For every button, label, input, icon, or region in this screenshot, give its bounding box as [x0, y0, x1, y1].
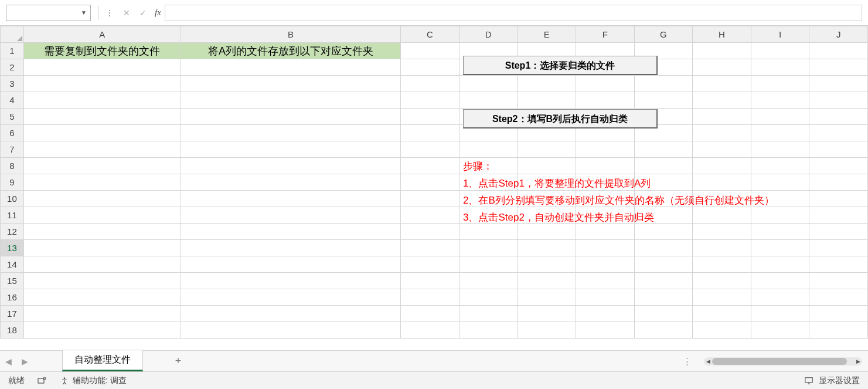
cell[interactable]	[518, 256, 576, 273]
check-icon[interactable]: ✓	[136, 6, 150, 20]
cell[interactable]	[181, 59, 400, 76]
cell[interactable]	[401, 289, 459, 306]
cell[interactable]	[693, 92, 751, 109]
cell[interactable]	[576, 322, 634, 339]
row-header[interactable]: 15	[1, 273, 24, 289]
cell[interactable]	[181, 158, 400, 174]
cell[interactable]	[809, 240, 868, 256]
cell[interactable]	[181, 191, 400, 207]
column-header[interactable]: C	[401, 26, 459, 43]
fx-icon[interactable]: fx	[155, 8, 161, 18]
cell[interactable]	[23, 141, 181, 158]
cell[interactable]	[401, 76, 459, 92]
cell[interactable]: 将A列的文件存放到以下对应文件夹	[181, 43, 400, 59]
column-header[interactable]: F	[576, 26, 634, 43]
display-settings-button[interactable]: 显示器设置	[805, 376, 860, 386]
cell[interactable]	[459, 273, 518, 289]
cell[interactable]	[23, 174, 181, 191]
cell[interactable]	[459, 289, 518, 306]
cell[interactable]	[23, 92, 181, 109]
cell[interactable]	[459, 76, 518, 92]
step1-button[interactable]: Step1：选择要归类的文件	[463, 56, 658, 75]
cell[interactable]	[401, 273, 459, 289]
cell[interactable]	[518, 92, 576, 109]
cell[interactable]	[809, 306, 868, 322]
cell[interactable]	[181, 322, 400, 339]
cell[interactable]	[459, 240, 518, 256]
row-header[interactable]: 13	[1, 240, 24, 256]
cell[interactable]	[751, 289, 809, 306]
cell[interactable]	[634, 306, 693, 322]
cell[interactable]	[809, 141, 868, 158]
cell[interactable]	[401, 306, 459, 322]
cell[interactable]	[401, 256, 459, 273]
scroll-right-icon[interactable]: ▶	[854, 357, 862, 366]
cell[interactable]	[23, 158, 181, 174]
cell[interactable]	[751, 76, 809, 92]
cell[interactable]	[23, 109, 181, 125]
cell[interactable]	[401, 224, 459, 240]
cell[interactable]	[809, 59, 868, 76]
cell[interactable]	[809, 125, 868, 141]
row-header[interactable]: 18	[1, 322, 24, 339]
cell[interactable]	[751, 43, 809, 59]
cell[interactable]	[459, 92, 518, 109]
column-header[interactable]: H	[693, 26, 751, 43]
cell[interactable]	[809, 207, 868, 224]
cell[interactable]	[518, 240, 576, 256]
cell[interactable]	[23, 306, 181, 322]
cell[interactable]	[809, 76, 868, 92]
row-header[interactable]: 4	[1, 92, 24, 109]
cell[interactable]	[181, 224, 400, 240]
column-header[interactable]: I	[751, 26, 809, 43]
cell[interactable]	[809, 289, 868, 306]
cell[interactable]	[23, 224, 181, 240]
cell[interactable]	[809, 92, 868, 109]
cell[interactable]	[181, 109, 400, 125]
column-header[interactable]: E	[518, 26, 576, 43]
cell[interactable]	[23, 273, 181, 289]
cell[interactable]	[181, 289, 400, 306]
cell[interactable]	[518, 306, 576, 322]
cell[interactable]	[751, 109, 809, 125]
horizontal-scrollbar[interactable]: ◀ ▶	[704, 357, 862, 366]
cell[interactable]	[751, 224, 809, 240]
row-header[interactable]: 3	[1, 76, 24, 92]
cell[interactable]	[751, 322, 809, 339]
cell[interactable]	[751, 207, 809, 224]
row-header[interactable]: 9	[1, 174, 24, 191]
cell[interactable]	[181, 306, 400, 322]
cell[interactable]	[809, 256, 868, 273]
cell[interactable]	[23, 256, 181, 273]
cell[interactable]	[518, 273, 576, 289]
row-header[interactable]: 16	[1, 289, 24, 306]
cell[interactable]	[634, 76, 693, 92]
cell[interactable]	[181, 256, 400, 273]
column-header[interactable]: D	[459, 26, 518, 43]
cell[interactable]	[181, 207, 400, 224]
cell[interactable]	[181, 92, 400, 109]
row-header[interactable]: 1	[1, 43, 24, 59]
cell[interactable]	[693, 109, 751, 125]
cell[interactable]	[459, 256, 518, 273]
row-header[interactable]: 6	[1, 125, 24, 141]
cell[interactable]	[23, 125, 181, 141]
row-header[interactable]: 17	[1, 306, 24, 322]
cell[interactable]	[401, 322, 459, 339]
cell[interactable]	[809, 273, 868, 289]
cell[interactable]	[181, 273, 400, 289]
cell[interactable]	[693, 273, 751, 289]
row-header[interactable]: 5	[1, 109, 24, 125]
cell[interactable]	[809, 109, 868, 125]
cell[interactable]	[576, 273, 634, 289]
cell[interactable]	[751, 158, 809, 174]
cell[interactable]	[401, 92, 459, 109]
cell[interactable]	[401, 174, 459, 191]
cell[interactable]	[23, 322, 181, 339]
cell[interactable]	[23, 207, 181, 224]
cell[interactable]	[459, 306, 518, 322]
cell[interactable]	[459, 141, 518, 158]
cell[interactable]	[693, 76, 751, 92]
cell[interactable]: 需要复制到文件夹的文件	[23, 43, 181, 59]
row-header[interactable]: 10	[1, 191, 24, 207]
